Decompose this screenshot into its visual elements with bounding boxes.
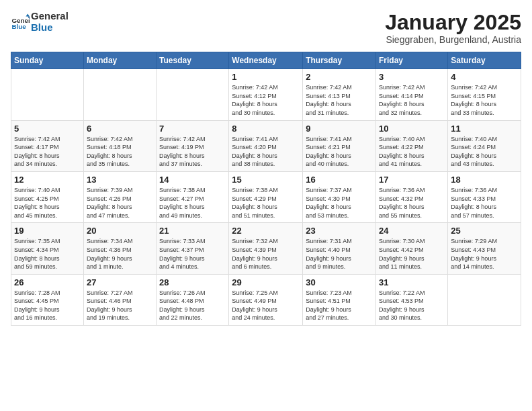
day-number: 14: [159, 175, 226, 185]
calendar-cell-w5-d2: 28Sunrise: 7:26 AM Sunset: 4:48 PM Dayli…: [157, 274, 229, 325]
day-number: 23: [306, 226, 373, 236]
calendar-cell-w1-d5: 3Sunrise: 7:42 AM Sunset: 4:14 PM Daylig…: [376, 69, 448, 120]
svg-marker-2: [26, 13, 30, 16]
day-info: Sunrise: 7:42 AM Sunset: 4:12 PM Dayligh…: [232, 83, 300, 117]
calendar-cell-w3-d1: 13Sunrise: 7:39 AM Sunset: 4:26 PM Dayli…: [83, 171, 156, 222]
calendar-cell-w4-d2: 21Sunrise: 7:33 AM Sunset: 4:37 PM Dayli…: [157, 223, 229, 274]
calendar-cell-w4-d4: 23Sunrise: 7:31 AM Sunset: 4:40 PM Dayli…: [303, 223, 376, 274]
calendar-cell-w2-d5: 10Sunrise: 7:40 AM Sunset: 4:22 PM Dayli…: [376, 120, 448, 171]
day-number: 24: [379, 226, 445, 236]
calendar-cell-w5-d0: 26Sunrise: 7:28 AM Sunset: 4:45 PM Dayli…: [11, 274, 84, 325]
calendar-cell-w4-d0: 19Sunrise: 7:35 AM Sunset: 4:34 PM Dayli…: [11, 223, 84, 274]
day-number: 19: [14, 226, 81, 236]
day-info: Sunrise: 7:22 AM Sunset: 4:53 PM Dayligh…: [379, 289, 445, 322]
day-info: Sunrise: 7:39 AM Sunset: 4:26 PM Dayligh…: [87, 186, 153, 220]
calendar-cell-w3-d0: 12Sunrise: 7:40 AM Sunset: 4:25 PM Dayli…: [11, 171, 84, 222]
day-number: 29: [232, 277, 300, 287]
day-info: Sunrise: 7:36 AM Sunset: 4:32 PM Dayligh…: [379, 186, 445, 220]
day-info: Sunrise: 7:41 AM Sunset: 4:20 PM Dayligh…: [232, 135, 300, 169]
day-number: 3: [379, 72, 445, 82]
logo-general: General: [31, 11, 69, 22]
day-number: 2: [306, 72, 373, 82]
calendar-cell-w3-d4: 16Sunrise: 7:37 AM Sunset: 4:30 PM Dayli…: [303, 171, 376, 222]
day-number: 5: [14, 124, 81, 134]
calendar-cell-w1-d0: [11, 69, 84, 120]
logo-blue: Blue: [31, 22, 69, 34]
day-number: 1: [232, 72, 300, 82]
day-info: Sunrise: 7:33 AM Sunset: 4:37 PM Dayligh…: [159, 237, 226, 271]
day-number: 27: [87, 277, 153, 287]
day-info: Sunrise: 7:42 AM Sunset: 4:18 PM Dayligh…: [87, 135, 153, 169]
day-info: Sunrise: 7:35 AM Sunset: 4:34 PM Dayligh…: [14, 237, 81, 271]
calendar-cell-w5-d5: 31Sunrise: 7:22 AM Sunset: 4:53 PM Dayli…: [376, 274, 448, 325]
week-row-3: 12Sunrise: 7:40 AM Sunset: 4:25 PM Dayli…: [11, 171, 521, 222]
calendar-cell-w1-d4: 2Sunrise: 7:42 AM Sunset: 4:13 PM Daylig…: [303, 69, 376, 120]
calendar-cell-w2-d3: 8Sunrise: 7:41 AM Sunset: 4:20 PM Daylig…: [229, 120, 303, 171]
day-number: 13: [87, 175, 153, 185]
calendar-cell-w1-d3: 1Sunrise: 7:42 AM Sunset: 4:12 PM Daylig…: [229, 69, 303, 120]
day-number: 31: [379, 277, 445, 287]
day-number: 8: [232, 124, 300, 134]
calendar-cell-w3-d6: 18Sunrise: 7:36 AM Sunset: 4:33 PM Dayli…: [448, 171, 521, 222]
calendar-cell-w1-d2: [157, 69, 229, 120]
day-info: Sunrise: 7:37 AM Sunset: 4:30 PM Dayligh…: [306, 186, 373, 220]
day-number: 6: [87, 124, 153, 134]
calendar-header-row: Sunday Monday Tuesday Wednesday Thursday…: [11, 52, 521, 69]
day-number: 26: [14, 277, 81, 287]
month-title: January 2025: [385, 11, 521, 34]
calendar-cell-w1-d6: 4Sunrise: 7:42 AM Sunset: 4:15 PM Daylig…: [448, 69, 521, 120]
day-number: 7: [159, 124, 226, 134]
day-number: 30: [306, 277, 373, 287]
day-info: Sunrise: 7:32 AM Sunset: 4:39 PM Dayligh…: [232, 237, 300, 271]
header-wednesday: Wednesday: [229, 52, 303, 69]
day-info: Sunrise: 7:41 AM Sunset: 4:21 PM Dayligh…: [306, 135, 373, 169]
calendar-cell-w5-d1: 27Sunrise: 7:27 AM Sunset: 4:46 PM Dayli…: [83, 274, 156, 325]
day-info: Sunrise: 7:40 AM Sunset: 4:22 PM Dayligh…: [379, 135, 445, 169]
calendar-cell-w4-d1: 20Sunrise: 7:34 AM Sunset: 4:36 PM Dayli…: [83, 223, 156, 274]
day-number: 16: [306, 175, 373, 185]
day-number: 15: [232, 175, 300, 185]
day-info: Sunrise: 7:28 AM Sunset: 4:45 PM Dayligh…: [14, 289, 81, 322]
calendar-cell-w4-d6: 25Sunrise: 7:29 AM Sunset: 4:43 PM Dayli…: [448, 223, 521, 274]
day-info: Sunrise: 7:42 AM Sunset: 4:15 PM Dayligh…: [451, 83, 518, 117]
day-info: Sunrise: 7:30 AM Sunset: 4:42 PM Dayligh…: [379, 237, 445, 271]
calendar-cell-w4-d5: 24Sunrise: 7:30 AM Sunset: 4:42 PM Dayli…: [376, 223, 448, 274]
calendar-table: Sunday Monday Tuesday Wednesday Thursday…: [11, 52, 521, 326]
day-info: Sunrise: 7:34 AM Sunset: 4:36 PM Dayligh…: [87, 237, 153, 271]
day-info: Sunrise: 7:27 AM Sunset: 4:46 PM Dayligh…: [87, 289, 153, 322]
calendar-cell-w5-d3: 29Sunrise: 7:25 AM Sunset: 4:49 PM Dayli…: [229, 274, 303, 325]
day-number: 9: [306, 124, 373, 134]
day-info: Sunrise: 7:25 AM Sunset: 4:49 PM Dayligh…: [232, 289, 300, 322]
svg-text:Blue: Blue: [11, 22, 26, 30]
day-info: Sunrise: 7:42 AM Sunset: 4:13 PM Dayligh…: [306, 83, 373, 117]
day-info: Sunrise: 7:42 AM Sunset: 4:19 PM Dayligh…: [159, 135, 226, 169]
day-info: Sunrise: 7:42 AM Sunset: 4:14 PM Dayligh…: [379, 83, 445, 117]
day-info: Sunrise: 7:38 AM Sunset: 4:27 PM Dayligh…: [159, 186, 226, 220]
header-friday: Friday: [376, 52, 448, 69]
day-info: Sunrise: 7:42 AM Sunset: 4:17 PM Dayligh…: [14, 135, 81, 169]
day-info: Sunrise: 7:40 AM Sunset: 4:25 PM Dayligh…: [14, 186, 81, 220]
day-info: Sunrise: 7:29 AM Sunset: 4:43 PM Dayligh…: [451, 237, 518, 271]
day-info: Sunrise: 7:38 AM Sunset: 4:29 PM Dayligh…: [232, 186, 300, 220]
day-number: 17: [379, 175, 445, 185]
calendar-cell-w1-d1: [83, 69, 156, 120]
day-info: Sunrise: 7:40 AM Sunset: 4:24 PM Dayligh…: [451, 135, 518, 169]
day-number: 18: [451, 175, 518, 185]
calendar-cell-w5-d6: [448, 274, 521, 325]
calendar-cell-w2-d4: 9Sunrise: 7:41 AM Sunset: 4:21 PM Daylig…: [303, 120, 376, 171]
day-number: 20: [87, 226, 153, 236]
day-number: 11: [451, 124, 518, 134]
calendar-cell-w3-d3: 15Sunrise: 7:38 AM Sunset: 4:29 PM Dayli…: [229, 171, 303, 222]
day-number: 21: [159, 226, 226, 236]
page-header: General Blue General Blue January 2025 S…: [11, 11, 521, 45]
calendar-cell-w3-d2: 14Sunrise: 7:38 AM Sunset: 4:27 PM Dayli…: [157, 171, 229, 222]
day-info: Sunrise: 7:31 AM Sunset: 4:40 PM Dayligh…: [306, 237, 373, 271]
day-number: 22: [232, 226, 300, 236]
day-info: Sunrise: 7:26 AM Sunset: 4:48 PM Dayligh…: [159, 289, 226, 322]
calendar-cell-w2-d0: 5Sunrise: 7:42 AM Sunset: 4:17 PM Daylig…: [11, 120, 84, 171]
day-info: Sunrise: 7:36 AM Sunset: 4:33 PM Dayligh…: [451, 186, 518, 220]
day-number: 28: [159, 277, 226, 287]
title-section: January 2025 Sieggraben, Burgenland, Aus…: [385, 11, 521, 45]
header-sunday: Sunday: [11, 52, 84, 69]
logo: General Blue General Blue: [11, 11, 69, 33]
